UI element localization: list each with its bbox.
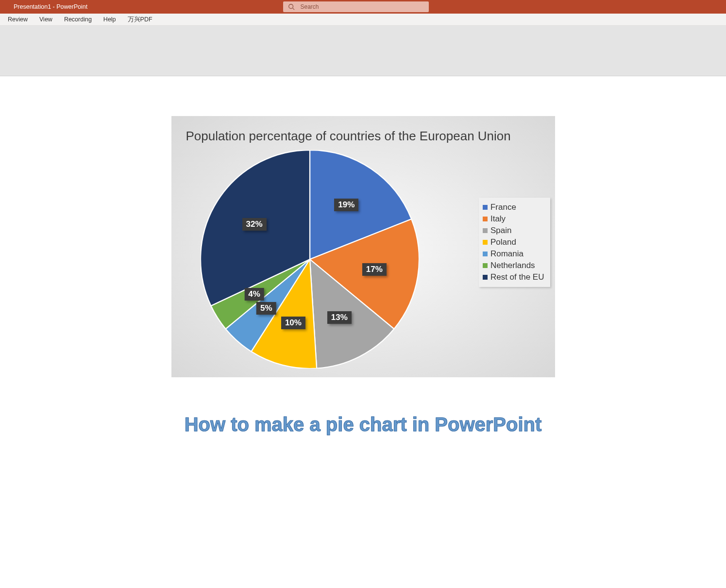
- legend-item: Poland: [483, 237, 544, 247]
- pie-chart: 19%17%13%10%5%4%32%: [201, 150, 419, 369]
- ribbon-tabs: Review View Recording Help 万兴PDF: [0, 14, 726, 26]
- svg-point-0: [288, 4, 293, 9]
- document-title: Presentation1 - PowerPoint: [14, 3, 87, 10]
- legend-label: Netherlands: [490, 261, 535, 270]
- legend-label: Romania: [490, 249, 523, 259]
- tab-wanxingpdf[interactable]: 万兴PDF: [122, 14, 158, 25]
- ribbon-panel: [0, 26, 726, 76]
- title-bar: Presentation1 - PowerPoint: [0, 0, 726, 14]
- legend-item: Romania: [483, 249, 544, 259]
- search-icon: [288, 3, 295, 10]
- tab-review[interactable]: Review: [2, 14, 34, 25]
- data-label: 17%: [362, 263, 387, 276]
- data-label: 19%: [334, 199, 358, 211]
- search-input[interactable]: [301, 3, 424, 10]
- tutorial-heading: How to make a pie chart in PowerPoint: [185, 414, 542, 436]
- legend-label: Rest of the EU: [490, 272, 544, 282]
- legend-swatch: [483, 217, 488, 221]
- search-box[interactable]: [283, 1, 429, 12]
- data-label: 32%: [242, 218, 267, 231]
- legend-item: Rest of the EU: [483, 272, 544, 282]
- tab-view[interactable]: View: [34, 14, 58, 25]
- chart-legend: FranceItalySpainPolandRomaniaNetherlands…: [479, 198, 550, 287]
- tab-help[interactable]: Help: [98, 14, 122, 25]
- legend-label: France: [490, 202, 516, 212]
- legend-item: Italy: [483, 214, 544, 224]
- tab-recording[interactable]: Recording: [58, 14, 98, 25]
- legend-item: Netherlands: [483, 261, 544, 270]
- legend-swatch: [483, 228, 488, 233]
- legend-swatch: [483, 275, 488, 280]
- data-label: 5%: [256, 302, 276, 315]
- legend-swatch: [483, 205, 488, 210]
- legend-label: Spain: [490, 226, 511, 235]
- pie-svg: [201, 150, 419, 369]
- legend-item: France: [483, 202, 544, 212]
- data-label: 10%: [281, 317, 305, 329]
- legend-swatch: [483, 240, 488, 245]
- legend-swatch: [483, 263, 488, 268]
- legend-swatch: [483, 252, 488, 256]
- chart-title: Population percentage of countries of th…: [186, 129, 540, 144]
- svg-line-1: [292, 8, 294, 10]
- data-label: 13%: [327, 311, 352, 324]
- slide-canvas: Population percentage of countries of th…: [0, 76, 726, 436]
- data-label: 4%: [244, 288, 264, 301]
- legend-label: Italy: [490, 214, 506, 224]
- legend-item: Spain: [483, 226, 544, 235]
- legend-label: Poland: [490, 237, 516, 247]
- chart-object[interactable]: Population percentage of countries of th…: [171, 116, 555, 377]
